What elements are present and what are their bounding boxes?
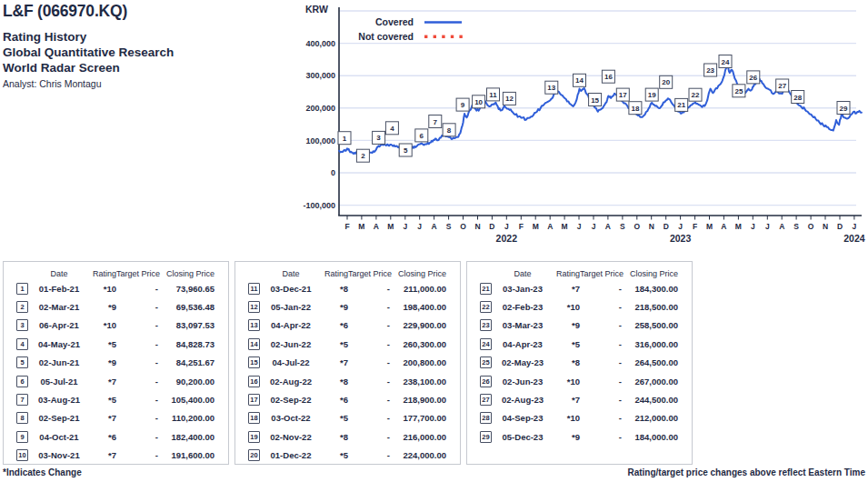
- x-axis-month-label: D: [489, 222, 494, 231]
- chart-marker-number: 17: [619, 91, 627, 99]
- cell-rating: *10: [85, 320, 116, 330]
- cell-closing-price: 182,400.00: [158, 432, 215, 442]
- cell-target-price: -: [580, 284, 622, 294]
- row-number-box: 26: [480, 376, 492, 387]
- chart-marker-number: 6: [420, 132, 424, 140]
- cell-target-price: -: [348, 413, 390, 423]
- page-title: L&F (066970.KQ): [3, 2, 174, 21]
- cell-date: 02-Sep-22: [264, 395, 317, 405]
- cell-closing-price: 224,000.00: [390, 450, 446, 460]
- chart-marker-number: 2: [361, 152, 365, 160]
- chart-marker-number: 16: [604, 73, 613, 81]
- cell-closing-price: 200,800.00: [390, 357, 446, 367]
- x-axis-month-label: M: [706, 222, 713, 231]
- cell-rating: *10: [85, 284, 116, 294]
- x-axis-month-label: J: [504, 222, 509, 231]
- chart-marker: 5: [399, 144, 412, 156]
- cell-date: 02-Feb-23: [496, 302, 549, 312]
- row-number-box: 24: [480, 338, 492, 350]
- row-number-box: 27: [480, 394, 492, 406]
- chart-marker-number: 12: [505, 95, 514, 103]
- subtitle-research-group: Global Quantitative Research: [3, 45, 174, 60]
- chart-marker-number: 1: [343, 135, 347, 143]
- cell-date: 01-Dec-22: [264, 450, 317, 460]
- analyst-name: Analyst: Chris Montagu: [3, 78, 174, 89]
- chart-marker-number: 29: [840, 105, 848, 113]
- cell-target-price: -: [116, 395, 158, 405]
- cell-date: 03-Nov-21: [33, 450, 85, 460]
- chart-marker-number: 24: [722, 58, 730, 66]
- x-axis-month-label: A: [605, 222, 611, 231]
- row-number-box: 20: [248, 449, 260, 461]
- table-row: 2905-Dec-23*9-184,000.00: [467, 427, 692, 446]
- cell-date: 03-Oct-22: [264, 413, 317, 423]
- row-number-box: 16: [248, 376, 260, 387]
- x-axis-month-label: J: [417, 222, 422, 231]
- x-axis-month-label: F: [519, 222, 524, 231]
- cell-date: 05-Dec-23: [496, 432, 549, 442]
- row-number-box: 11: [248, 283, 260, 295]
- cell-date: 04-Apr-23: [496, 339, 549, 349]
- chart-marker-number: 15: [591, 96, 599, 105]
- footnote-indicates-change: *Indicates Change: [3, 467, 82, 477]
- cell-target-price: -: [116, 357, 158, 367]
- table-row: 703-Aug-21*5-105,400.00: [4, 390, 228, 408]
- chart-marker: 25: [733, 85, 745, 97]
- legend-not-covered-dot-sample: [424, 35, 427, 38]
- cell-date: 06-Apr-21: [33, 320, 85, 330]
- cell-date: 02-Sep-21: [33, 413, 85, 423]
- y-axis-label: 400,000: [305, 39, 335, 48]
- chart-marker-number: 25: [734, 87, 743, 95]
- table-row: 306-Apr-21*10-83,097.53: [4, 316, 228, 335]
- row-number-box: 22: [480, 301, 492, 313]
- legend-covered-label: Covered: [375, 16, 414, 27]
- table-row: 2001-Dec-22*5-224,000.00: [235, 447, 460, 465]
- y-axis-label: 200,000: [305, 104, 335, 113]
- cell-closing-price: 216,000.00: [390, 432, 446, 442]
- x-axis-month-label: N: [823, 222, 828, 231]
- x-axis-month-label: M: [387, 222, 394, 231]
- row-number-box: 18: [248, 412, 260, 424]
- table-row: 2602-Jun-23*10-267,000.00: [467, 372, 692, 390]
- table-row: 2804-Sep-23*10-212,000.00: [467, 409, 692, 427]
- cell-rating: *7: [85, 377, 116, 387]
- row-number-box: 29: [480, 431, 492, 443]
- cell-target-price: -: [116, 432, 158, 442]
- column-header-closing-price: Closing Price: [158, 269, 215, 278]
- x-axis-month-label: S: [446, 222, 452, 231]
- table-header-row: DateRatingTarget PriceClosing Price: [467, 267, 692, 279]
- cell-rating: *10: [549, 377, 580, 387]
- chart-marker: 12: [503, 92, 515, 105]
- y-axis-label: 300,000: [305, 71, 335, 80]
- table-row: 1504-Jul-22*7-200,800.00: [235, 354, 460, 372]
- chart-marker: 27: [776, 79, 789, 92]
- x-axis-month-label: M: [735, 222, 742, 231]
- cell-rating: *8: [317, 377, 348, 387]
- x-axis-year-label: 2024: [843, 233, 865, 244]
- cell-closing-price: 73,960.65: [158, 284, 215, 294]
- x-axis-month-label: M: [533, 222, 539, 231]
- row-number-box: 19: [248, 431, 260, 443]
- row-number-box: 8: [16, 412, 28, 424]
- chart-marker-number: 10: [474, 98, 483, 106]
- rating-table: DateRatingTarget PriceClosing Price1103-…: [234, 261, 461, 465]
- y-axis-label: 0: [331, 168, 335, 177]
- cell-date: 02-May-23: [496, 357, 549, 367]
- chart-marker-number: 7: [434, 118, 438, 126]
- cell-date: 02-Aug-23: [496, 395, 549, 405]
- cell-closing-price: 177,700.00: [390, 413, 446, 423]
- cell-date: 03-Aug-21: [33, 395, 85, 405]
- x-axis-month-label: J: [577, 222, 582, 231]
- cell-target-price: -: [580, 395, 622, 405]
- footnote-eastern-time: Rating/target price changes above reflec…: [627, 467, 865, 477]
- cell-rating: *7: [549, 284, 580, 294]
- table-header-row: DateRatingTarget PriceClosing Price: [235, 267, 460, 279]
- x-axis-month-label: F: [693, 222, 697, 231]
- x-axis-month-label: A: [721, 222, 726, 231]
- chart-marker: 18: [629, 102, 642, 115]
- cell-closing-price: 258,500.00: [622, 320, 678, 330]
- x-axis-month-label: J: [853, 222, 857, 231]
- table-row: 1402-Jun-22*5-260,300.00: [235, 335, 460, 353]
- cell-closing-price: 198,400.00: [390, 302, 446, 312]
- subtitle-product: World Radar Screen: [3, 60, 174, 75]
